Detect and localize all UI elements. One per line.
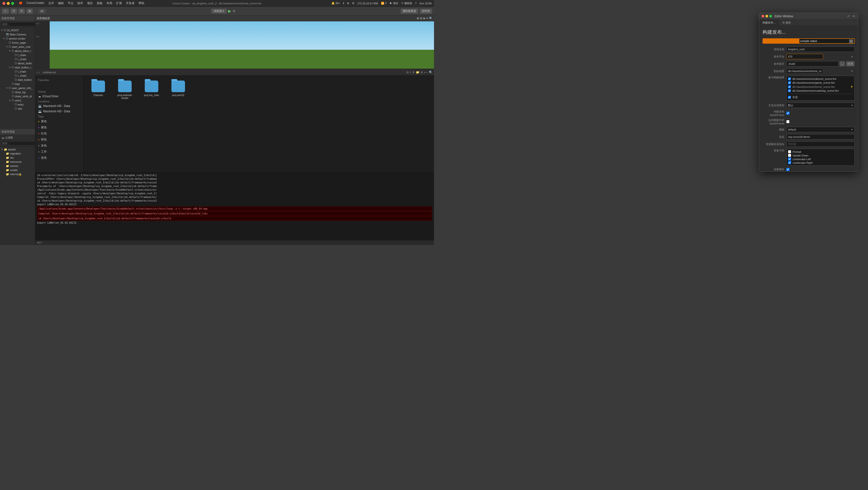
editor-btn[interactable]: ✎ 编辑器 <box>401 1 412 5</box>
asset-node-res[interactable]: 📁 res <box>0 156 35 160</box>
asset-node-resources[interactable]: 📁 resources <box>0 160 35 164</box>
fb-tag-gray[interactable]: ● 灰色 <box>35 143 84 149</box>
node-label: migration <box>10 152 21 155</box>
close-window-dot[interactable] <box>2 2 5 5</box>
fb-back-btn[interactable]: ‹ <box>37 70 38 74</box>
menu-edit[interactable]: 编辑 <box>58 1 64 5</box>
grid-btn[interactable]: ⊞ <box>417 17 419 20</box>
scene-editor-panel: 场景编辑器 ⊞ ⊟ ◈ ✦ 🔍 600 500 <box>35 16 434 69</box>
tree-node-user-game-info[interactable]: ▼ ⬡ user_game_info_ <box>0 86 35 90</box>
scene-viewport[interactable] <box>50 21 434 69</box>
fb-folder-win32[interactable]: proj.win32 <box>168 81 188 99</box>
fb-tag-purple[interactable]: ● 紫色 <box>35 124 84 131</box>
console-line-8: cd /Users/developer/Desktop/vip_kingdom_… <box>37 199 432 203</box>
hierarchy-search-input[interactable] <box>1 22 35 26</box>
asset-node-scripts[interactable]: 📁 scripts <box>0 168 35 172</box>
fb-view-list-icon[interactable]: ≡ <box>410 70 411 74</box>
menu-cocos[interactable]: CocosCreator <box>26 1 44 5</box>
help-btn[interactable]: ? <box>415 2 416 5</box>
play-btn[interactable]: ▶ <box>228 9 231 13</box>
fb-action-icon[interactable]: ⟵ <box>424 70 428 74</box>
tree-node-entry[interactable]: ⬡ entry <box>0 103 35 107</box>
expand-arrow: ▼ <box>1 148 3 151</box>
tree-node-about-butto[interactable]: ⬡ about_butto <box>0 61 35 65</box>
tree-node-l-chain-1[interactable]: ⬡ l_chain <box>0 53 35 57</box>
fb-tag-red[interactable]: ● 红色 <box>35 131 84 137</box>
tree-node-close-bg[interactable]: ⬡ close_bg <box>0 90 35 94</box>
tree-node-star[interactable]: ⬡ star <box>0 107 35 111</box>
close-btn[interactable]: ✕ <box>19 8 25 14</box>
tree-node-ui-root[interactable]: ▼ ⬡ UI_ROOT <box>0 28 35 32</box>
refresh-btn[interactable]: ↺ <box>10 8 17 14</box>
tag-label-orange: 橙色 <box>41 138 47 142</box>
view-btn[interactable]: ⊟ <box>420 17 422 20</box>
tree-node-about-btn-r[interactable]: ▼ ⬡ about_btton_r <box>0 49 35 53</box>
menu-panel[interactable]: 面板 <box>97 1 102 5</box>
project-btn[interactable]: ▶ 项目 <box>390 1 398 5</box>
console-area[interactable]: 2d-x/external/ios/include/v8 -I/Users/de… <box>35 172 434 240</box>
tree-node-user1[interactable]: ▼ ⬡ user1 <box>0 98 35 103</box>
add-btn[interactable]: ＋ <box>2 8 9 14</box>
3d-toggle[interactable]: 3D <box>38 9 46 13</box>
snap-btn[interactable]: ◈ <box>423 17 425 20</box>
tree-node-home-page[interactable]: ⬡ home_page <box>0 40 35 45</box>
fb-folder-icon[interactable]: 📁 <box>416 70 420 74</box>
search-scene-icon[interactable]: 🔍 <box>429 17 433 20</box>
menu-apple[interactable]: 🍎 <box>19 1 23 5</box>
maximize-window-dot[interactable] <box>11 2 14 5</box>
tree-node-start-btn-r[interactable]: ▼ ⬡ start_button_r <box>0 65 35 69</box>
fb-icloud-drive[interactable]: ☁ iCloud Drive <box>35 94 84 99</box>
tree-node-l-chain-2[interactable]: ⬡ l_chain <box>0 69 35 74</box>
browser-btn[interactable]: 浏览器 ▾ <box>211 8 227 13</box>
fb-folder-android[interactable]: proj.android-studio <box>115 81 134 99</box>
fb-location-1[interactable]: 💻 Macintosh HD - Data <box>35 103 84 109</box>
minimize-window-dot[interactable] <box>7 2 10 5</box>
menu-file[interactable]: 文件 <box>48 1 54 5</box>
node-label: Main Camera <box>10 33 26 36</box>
scene-canvas[interactable]: 600 500 <box>35 21 434 69</box>
transform-btn[interactable]: ✦ <box>426 17 428 20</box>
layout-btn[interactable]: ⊞ <box>26 8 33 14</box>
menu-developer[interactable]: 开发者 <box>126 1 134 5</box>
asset-search-input[interactable] <box>1 141 35 146</box>
fb-tag-yellow[interactable]: ● 黄色 <box>35 118 84 124</box>
widget-btn[interactable]: 控件库 <box>420 8 432 14</box>
fb-tag-orange[interactable]: ● 橙色 <box>35 137 84 143</box>
tree-node-r-chain-2[interactable]: ⬡ r_chain <box>0 74 35 78</box>
asset-node-migration[interactable]: 📁 migration <box>0 152 35 156</box>
tree-node-logo[interactable]: ⬡ logo <box>0 82 35 86</box>
node-icon: ⬡ <box>12 49 14 52</box>
fb-folder-ios-mac[interactable]: proj.ios_mac <box>142 81 161 99</box>
fb-tag-blue[interactable]: ● 蓝色 <box>35 155 84 161</box>
asset-node-assets[interactable]: ▼ 📁 assets <box>0 147 35 152</box>
tree-node-main-camera[interactable]: 📷 Main Camera <box>0 32 35 36</box>
fb-share-icon[interactable]: ⬆ <box>412 70 415 74</box>
fb-tag-icon[interactable]: ⊕ <box>421 70 423 74</box>
fb-forward-btn[interactable]: › <box>39 70 40 74</box>
fb-search-icon[interactable]: 🔍 <box>429 70 433 74</box>
console-line-10: /Applications/Xcode.app/Contents/Develop… <box>37 206 432 211</box>
tree-node-start-anim-root[interactable]: ▼ ⬡ start_anim_root <box>0 45 35 49</box>
node-icon: ⬡ <box>12 99 14 102</box>
menu-node[interactable]: 节点 <box>68 1 73 5</box>
reload-btn[interactable]: ↺ <box>232 9 236 13</box>
inspector-btn[interactable]: 属性检查器 <box>401 8 418 14</box>
fb-view-grid-icon[interactable]: ⊞ <box>406 70 409 74</box>
fb-folder-classes[interactable]: Classes <box>89 81 108 99</box>
locations-label: Locations <box>35 99 84 103</box>
menu-extension[interactable]: 扩展 <box>116 1 122 5</box>
fb-location-2[interactable]: 💻 Macintosh HD - Data <box>35 109 84 114</box>
asset-search-bar: ＋ ↕ <box>0 141 35 146</box>
asset-node-internal[interactable]: 📁 internal 🔒 <box>0 172 35 176</box>
tree-node-start-button[interactable]: ⬡ start_button <box>0 78 35 82</box>
tree-node-anchor-center[interactable]: ▼ ⬡ anchor-center <box>0 36 35 40</box>
fb-tag-work[interactable]: ● 工作 <box>35 149 84 155</box>
tree-node-close-uinfo[interactable]: ⬡ close_uinfo_di <box>0 94 35 98</box>
asset-node-scenes[interactable]: 📁 scenes <box>0 164 35 168</box>
tree-node-r-chain-1[interactable]: ⬡ r_chain <box>0 57 35 61</box>
menu-help[interactable]: 帮助 <box>138 1 144 5</box>
menu-component[interactable]: 组件 <box>78 1 83 5</box>
node-label: logo <box>15 83 20 85</box>
menu-project[interactable]: 项目 <box>87 1 93 5</box>
menu-layout[interactable]: 布局 <box>106 1 112 5</box>
